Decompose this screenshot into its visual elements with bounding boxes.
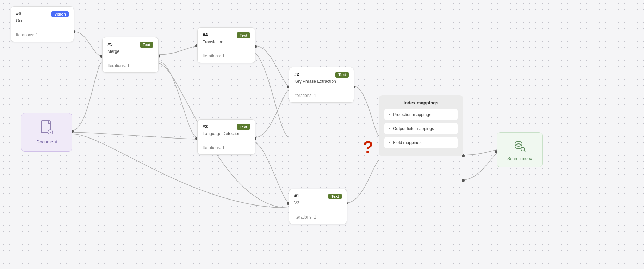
node-2-iterations: Iterations: 1 <box>294 93 349 98</box>
node-4[interactable]: #4 Text Translation Iterations: 1 <box>197 27 255 63</box>
node-4-id: #4 <box>203 32 208 37</box>
node-5-subtitle: Merge <box>107 49 153 54</box>
node-5-id: #5 <box>107 42 112 47</box>
node-6-subtitle: Ocr <box>16 18 69 23</box>
node-6[interactable]: #6 Vision Ocr Iterations: 1 <box>11 6 74 42</box>
node-3-badge: Text <box>237 124 250 130</box>
node-3-iterations: Iterations: 1 <box>203 145 250 150</box>
search-index-label: Search index <box>507 156 532 161</box>
node-5-badge: Text <box>140 42 153 48</box>
svg-point-13 <box>462 179 465 182</box>
document-icon <box>41 120 53 137</box>
node-6-badge: Vision <box>51 11 69 17</box>
node-3[interactable]: #3 Text Language Detection Iterations: 1 <box>197 119 255 155</box>
node-1[interactable]: #1 Text V3 Iterations: 1 <box>289 189 347 224</box>
index-mappings-panel: Index mappings Projection mappings Outpu… <box>379 95 463 156</box>
node-4-badge: Text <box>237 32 250 38</box>
node-1-badge: Text <box>328 194 342 199</box>
node-6-iterations: Iterations: 1 <box>16 32 69 37</box>
svg-line-22 <box>524 150 526 152</box>
question-mark: ? <box>363 137 373 157</box>
node-5-iterations: Iterations: 1 <box>107 63 153 68</box>
node-5[interactable]: #5 Text Merge Iterations: 1 <box>102 37 159 73</box>
field-mappings-item[interactable]: Field mappings <box>384 137 458 148</box>
node-4-iterations: Iterations: 1 <box>203 54 250 59</box>
node-6-id: #6 <box>16 11 21 16</box>
projection-mappings-item[interactable]: Projection mappings <box>384 109 458 120</box>
node-1-id: #1 <box>294 193 299 198</box>
node-3-subtitle: Language Detection <box>203 131 250 136</box>
node-2[interactable]: #2 Text Key Phrase Extraction Iterations… <box>289 67 354 103</box>
node-3-id: #3 <box>203 124 208 129</box>
node-1-iterations: Iterations: 1 <box>294 215 342 220</box>
document-label: Document <box>36 139 57 145</box>
index-panel-title: Index mappings <box>384 100 458 105</box>
search-index-icon <box>513 139 526 155</box>
node-1-subtitle: V3 <box>294 201 342 206</box>
document-node[interactable]: Document <box>21 113 72 152</box>
node-2-badge: Text <box>335 72 349 78</box>
search-index-node[interactable]: Search index <box>497 132 543 167</box>
node-4-subtitle: Translation <box>203 39 250 44</box>
output-field-mappings-item[interactable]: Output field mappings <box>384 123 458 134</box>
node-2-id: #2 <box>294 72 299 77</box>
node-2-subtitle: Key Phrase Extraction <box>294 79 349 84</box>
